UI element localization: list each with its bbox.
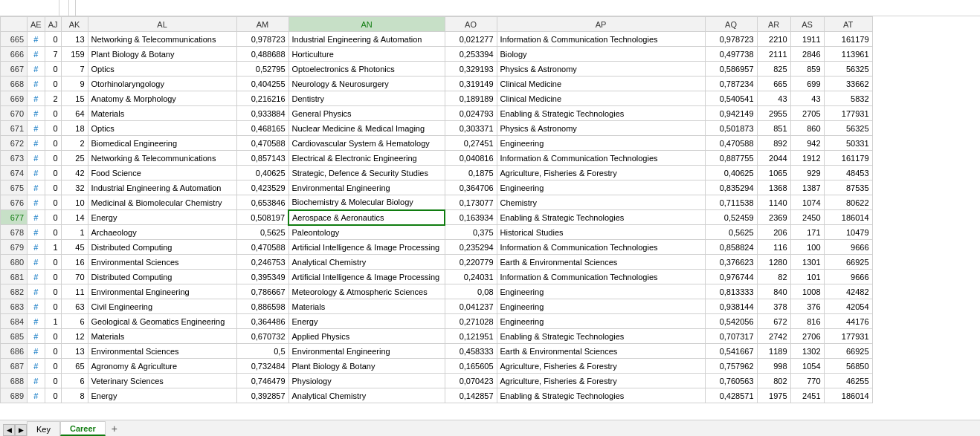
cell-ae[interactable]: # xyxy=(28,240,45,255)
cell-ap[interactable]: Earth & Environmental Sciences xyxy=(497,255,705,270)
cell-ao[interactable]: 0,271028 xyxy=(445,314,497,329)
cell-al[interactable]: Plant Biology & Botany xyxy=(88,47,236,62)
cell-am[interactable]: 0,886598 xyxy=(236,299,288,314)
cell-ak[interactable]: 7 xyxy=(61,62,88,77)
cell-aj[interactable]: 0 xyxy=(45,284,61,299)
cell-ao[interactable]: 0,458333 xyxy=(445,344,497,359)
cell-aq[interactable]: 0,887755 xyxy=(705,151,757,166)
cell-ae[interactable]: # xyxy=(28,329,45,344)
cell-at[interactable]: 9666 xyxy=(824,270,872,284)
cell-al[interactable]: Biomedical Engineering xyxy=(88,136,236,151)
cell-al[interactable]: Medicinal & Biomolecular Chemistry xyxy=(88,195,236,210)
col-header-AM[interactable]: AM xyxy=(236,17,288,32)
row-number[interactable]: 673 xyxy=(1,151,28,166)
row-number[interactable]: 678 xyxy=(1,225,28,240)
cell-am[interactable]: 0,5625 xyxy=(236,225,288,240)
cell-as[interactable]: 1074 xyxy=(790,195,824,210)
cell-at[interactable]: 186014 xyxy=(824,210,872,225)
cell-an[interactable]: Environmental Engineering xyxy=(288,180,445,195)
cell-ao[interactable]: 0,253394 xyxy=(445,47,497,62)
row-number[interactable]: 671 xyxy=(1,121,28,136)
cell-as[interactable]: 1301 xyxy=(790,255,824,270)
cell-ae[interactable]: # xyxy=(28,374,45,388)
cell-am[interactable]: 0,933884 xyxy=(236,106,288,121)
cell-ae[interactable]: # xyxy=(28,91,45,106)
cell-ap[interactable]: Engineering xyxy=(497,314,705,329)
cell-at[interactable]: 56325 xyxy=(824,62,872,77)
cell-ao[interactable]: 0,121951 xyxy=(445,329,497,344)
cell-ae[interactable]: # xyxy=(28,77,45,91)
row-number[interactable]: 675 xyxy=(1,180,28,195)
cell-ar[interactable]: 2111 xyxy=(757,47,790,62)
cell-at[interactable]: 87535 xyxy=(824,180,872,195)
cell-am[interactable]: 0,5 xyxy=(236,344,288,359)
cell-an[interactable]: Industrial Engineering & Automation xyxy=(288,32,445,47)
cell-am[interactable]: 0,670732 xyxy=(236,329,288,344)
cell-ar[interactable]: 802 xyxy=(757,374,790,388)
row-number[interactable]: 689 xyxy=(1,388,28,403)
cell-aq[interactable]: 0,938144 xyxy=(705,299,757,314)
cell-ao[interactable]: 0,070423 xyxy=(445,374,497,388)
cell-aq[interactable]: 0,707317 xyxy=(705,329,757,344)
cell-ak[interactable]: 32 xyxy=(61,180,88,195)
cell-ar[interactable]: 206 xyxy=(757,225,790,240)
cell-aq[interactable]: 0,376623 xyxy=(705,255,757,270)
cell-aq[interactable]: 0,813333 xyxy=(705,284,757,299)
cell-ae[interactable]: # xyxy=(28,359,45,374)
cell-ak[interactable]: 25 xyxy=(61,151,88,166)
cell-ao[interactable]: 0,040816 xyxy=(445,151,497,166)
cell-ak[interactable]: 6 xyxy=(61,374,88,388)
cell-aq[interactable]: 0,540541 xyxy=(705,91,757,106)
cell-ak[interactable]: 42 xyxy=(61,166,88,180)
col-header-AL[interactable]: AL xyxy=(88,17,236,32)
cell-aj[interactable]: 0 xyxy=(45,136,61,151)
cell-ar[interactable]: 1368 xyxy=(757,180,790,195)
cell-ao[interactable]: 0,319149 xyxy=(445,77,497,91)
col-header-AP[interactable]: AP xyxy=(497,17,705,32)
cell-ak[interactable]: 45 xyxy=(61,240,88,255)
cell-aj[interactable]: 0 xyxy=(45,106,61,121)
cell-al[interactable]: Materials xyxy=(88,329,236,344)
cell-al[interactable]: Archaeology xyxy=(88,225,236,240)
cell-am[interactable]: 0,786667 xyxy=(236,284,288,299)
cell-al[interactable]: Materials xyxy=(88,106,236,121)
row-number[interactable]: 683 xyxy=(1,299,28,314)
cell-ar[interactable]: 82 xyxy=(757,270,790,284)
cell-al[interactable]: Optics xyxy=(88,62,236,77)
cell-ak[interactable]: 16 xyxy=(61,255,88,270)
cell-as[interactable]: 699 xyxy=(790,77,824,91)
cell-am[interactable]: 0,246753 xyxy=(236,255,288,270)
cell-an[interactable]: Materials xyxy=(288,299,445,314)
cell-aq[interactable]: 0,428571 xyxy=(705,388,757,403)
cell-an[interactable]: Analytical Chemistry xyxy=(288,388,445,403)
cell-ao[interactable]: 0,364706 xyxy=(445,180,497,195)
cell-at[interactable]: 177931 xyxy=(824,106,872,121)
cell-an[interactable]: Energy xyxy=(288,314,445,329)
col-header-AS[interactable]: AS xyxy=(790,17,824,32)
cell-an[interactable]: Cardiovascular System & Hematology xyxy=(288,136,445,151)
cell-at[interactable]: 113961 xyxy=(824,47,872,62)
cell-at[interactable]: 9666 xyxy=(824,240,872,255)
row-number[interactable]: 672 xyxy=(1,136,28,151)
cell-ak[interactable]: 6 xyxy=(61,314,88,329)
cell-ae[interactable]: # xyxy=(28,255,45,270)
cell-at[interactable]: 56850 xyxy=(824,359,872,374)
cell-ap[interactable]: Information & Communication Technologies xyxy=(497,240,705,255)
cell-ak[interactable]: 8 xyxy=(61,388,88,403)
cell-as[interactable]: 2451 xyxy=(790,388,824,403)
col-header-AQ[interactable]: AQ xyxy=(705,17,757,32)
cell-ap[interactable]: Enabling & Strategic Technologies xyxy=(497,106,705,121)
cell-al[interactable]: Optics xyxy=(88,121,236,136)
cell-an[interactable]: Horticulture xyxy=(288,47,445,62)
row-number[interactable]: 669 xyxy=(1,91,28,106)
cell-ap[interactable]: Engineering xyxy=(497,299,705,314)
cell-am[interactable]: 0,364486 xyxy=(236,314,288,329)
cell-al[interactable]: Food Science xyxy=(88,166,236,180)
cell-al[interactable]: Environmental Sciences xyxy=(88,255,236,270)
cell-al[interactable]: Networking & Telecommunications xyxy=(88,32,236,47)
cell-at[interactable]: 44176 xyxy=(824,314,872,329)
cell-am[interactable]: 0,470588 xyxy=(236,240,288,255)
col-header-AN[interactable]: AN xyxy=(288,17,445,32)
cell-ao[interactable]: 0,27451 xyxy=(445,136,497,151)
cell-aj[interactable]: 0 xyxy=(45,151,61,166)
